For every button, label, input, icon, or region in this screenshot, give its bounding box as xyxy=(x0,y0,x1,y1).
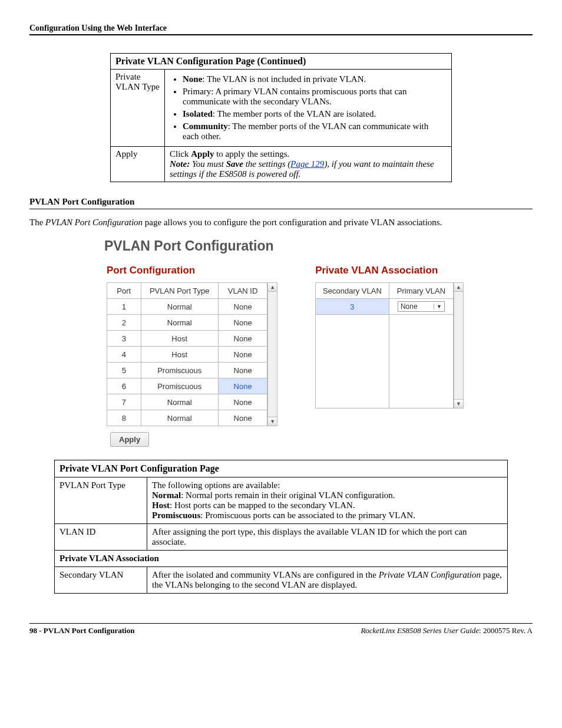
t2-host-b: Host xyxy=(152,500,170,510)
isolated-text: : The member ports of the VLAN are isola… xyxy=(213,109,376,118)
table1-row2-label: Apply xyxy=(111,147,165,182)
pvlan-type-cell[interactable]: Promiscuous xyxy=(141,363,218,378)
port-config-heading: Port Configuration xyxy=(107,265,277,276)
scroll-track[interactable] xyxy=(268,292,277,417)
vlanid-cell[interactable]: None xyxy=(218,299,267,315)
vlanid-cell[interactable]: None xyxy=(218,410,267,426)
para-part-italic: PVLAN Port Configuration xyxy=(45,218,143,227)
col-port: Port xyxy=(107,283,141,299)
col-primary-vlan: Primary VLAN xyxy=(389,283,453,299)
page-header: Configuration Using the Web Interface xyxy=(29,24,533,35)
primary-vlan-select[interactable]: None ▼ xyxy=(398,301,445,312)
table-row: 2NormalNone xyxy=(107,315,267,331)
page-footer: 98 - PVLAN Port Configuration RocketLinx… xyxy=(29,623,533,635)
association-heading: Private VLAN Association xyxy=(315,265,464,276)
none-bold: None xyxy=(183,74,202,84)
t2-prom-b: Promiscuous xyxy=(152,510,200,520)
col-pvlan-type: PVLAN Port Type xyxy=(141,283,218,299)
t2-r2-text: After assigning the port type, this disp… xyxy=(147,524,508,551)
t2-r4-a: After the isolated and community VLANs a… xyxy=(152,570,379,579)
association-panel: Private VLAN Association Secondary VLAN … xyxy=(307,265,464,409)
chevron-down-icon[interactable]: ▼ xyxy=(434,304,442,309)
t2-r1-content: The following options are available: Nor… xyxy=(147,477,508,524)
scrollbar-left[interactable]: ▲ ▼ xyxy=(267,282,277,426)
footer-guide-name: RocketLinx ES8508 Series User Guide xyxy=(361,626,479,635)
scrollbar-right[interactable]: ▲ ▼ xyxy=(454,282,464,409)
scroll-up-icon[interactable]: ▲ xyxy=(454,283,463,292)
pvlan-type-cell[interactable]: Host xyxy=(141,347,218,363)
apply-line-b: Apply xyxy=(191,149,214,159)
association-table: Secondary VLAN Primary VLAN 3 None ▼ xyxy=(315,282,454,409)
pvlan-type-cell[interactable]: Normal xyxy=(141,410,218,426)
apply-line-a: Click xyxy=(170,149,191,159)
scroll-track[interactable] xyxy=(454,292,463,399)
port-config-panel: Port Configuration Port PVLAN Port Type … xyxy=(98,265,277,447)
apply-button[interactable]: Apply xyxy=(110,432,149,447)
note-mid1: You must xyxy=(190,159,226,169)
table-row: 3 None ▼ xyxy=(316,299,454,315)
table-row: 5PromiscuousNone xyxy=(107,363,267,378)
apply-line-c: to apply the settings. xyxy=(214,149,289,159)
para-part-a: The xyxy=(29,218,45,227)
footer-left: 98 - PVLAN Port Configuration xyxy=(29,626,134,635)
t2-r4-label: Secondary VLAN xyxy=(55,567,147,594)
t2-host-t: : Host ports can be mapped to the second… xyxy=(170,500,355,510)
table1-row2-content: Click Apply to apply the settings. Note:… xyxy=(165,147,452,182)
isolated-bold: Isolated xyxy=(183,109,213,118)
t2-association-heading: Private VLAN Association xyxy=(59,554,159,563)
table-row: 6PromiscuousNone xyxy=(107,378,267,394)
pvlan-config-continued-table: Private VLAN Configuration Page (Continu… xyxy=(110,53,452,182)
t2-r2-label: VLAN ID xyxy=(55,524,147,551)
t2-r1-intro: The following options are available: xyxy=(152,480,503,490)
t2-r3-span: Private VLAN Association xyxy=(55,551,508,567)
t2-r4-text: After the isolated and community VLANs a… xyxy=(147,567,508,594)
pvlan-type-cell[interactable]: Host xyxy=(141,331,218,347)
vlanid-cell-selected[interactable]: None xyxy=(218,378,267,394)
ui-screenshot: PVLAN Port Configuration Port Configurat… xyxy=(98,238,464,447)
community-bold: Community xyxy=(183,121,228,131)
note-mid2: the settings ( xyxy=(243,159,290,169)
scroll-up-icon[interactable]: ▲ xyxy=(268,283,277,292)
pvlan-port-config-heading: PVLAN Port Configuration xyxy=(29,197,533,209)
table2-title: Private VLAN Port Configuration Page xyxy=(55,460,508,477)
none-text: : The VLAN is not included in private VL… xyxy=(202,74,366,84)
pvlan-type-cell[interactable]: Normal xyxy=(141,315,218,331)
t2-prom-t: : Promiscuous ports can be associated to… xyxy=(200,510,415,520)
primary-vlan-cell[interactable]: None ▼ xyxy=(389,299,453,315)
vlanid-cell[interactable]: None xyxy=(218,363,267,378)
pvlan-type-cell[interactable]: Promiscuous xyxy=(141,378,218,394)
ss-title: PVLAN Port Configuration xyxy=(104,238,464,254)
table-row: 8NormalNone xyxy=(107,410,267,426)
scroll-down-icon[interactable]: ▼ xyxy=(268,417,277,426)
table1-row1-content: None: The VLAN is not included in privat… xyxy=(165,70,452,147)
table-row: 3HostNone xyxy=(107,331,267,347)
para-part-b: page allows you to configure the port co… xyxy=(143,218,442,227)
t2-normal-b: Normal xyxy=(152,490,181,500)
footer-right: RocketLinx ES8508 Series User Guide: 200… xyxy=(361,626,533,635)
table-row: 1NormalNone xyxy=(107,299,267,315)
table-row: 7NormalNone xyxy=(107,394,267,410)
scroll-down-icon[interactable]: ▼ xyxy=(454,399,463,408)
table-row: 4HostNone xyxy=(107,347,267,363)
table1-row1-label: Private VLAN Type xyxy=(111,70,165,147)
vlanid-cell[interactable]: None xyxy=(218,315,267,331)
footer-rev: : 2000575 Rev. A xyxy=(479,626,533,635)
note-bold2: Save xyxy=(226,159,243,169)
select-value: None xyxy=(401,302,418,311)
primary-item: Primary: A primary VLAN contains promisc… xyxy=(183,87,447,107)
vlanid-cell[interactable]: None xyxy=(218,331,267,347)
vlanid-cell[interactable]: None xyxy=(218,394,267,410)
col-secondary-vlan: Secondary VLAN xyxy=(316,283,389,299)
page-link[interactable]: Page 129 xyxy=(290,159,324,169)
note-bold1: Note: xyxy=(170,159,190,169)
t2-r1-label: PVLAN Port Type xyxy=(55,477,147,524)
pvlan-type-cell[interactable]: Normal xyxy=(141,299,218,315)
pvlan-port-config-desc-table: Private VLAN Port Configuration Page PVL… xyxy=(54,460,508,594)
pvlan-type-cell[interactable]: Normal xyxy=(141,394,218,410)
secondary-vlan-cell[interactable]: 3 xyxy=(316,299,389,315)
t2-r4-i: Private VLAN Configuration xyxy=(379,570,481,579)
table1-title: Private VLAN Configuration Page (Continu… xyxy=(111,54,452,70)
vlanid-cell[interactable]: None xyxy=(218,347,267,363)
col-vlanid: VLAN ID xyxy=(218,283,267,299)
t2-normal-t: : Normal ports remain in their original … xyxy=(181,490,395,500)
